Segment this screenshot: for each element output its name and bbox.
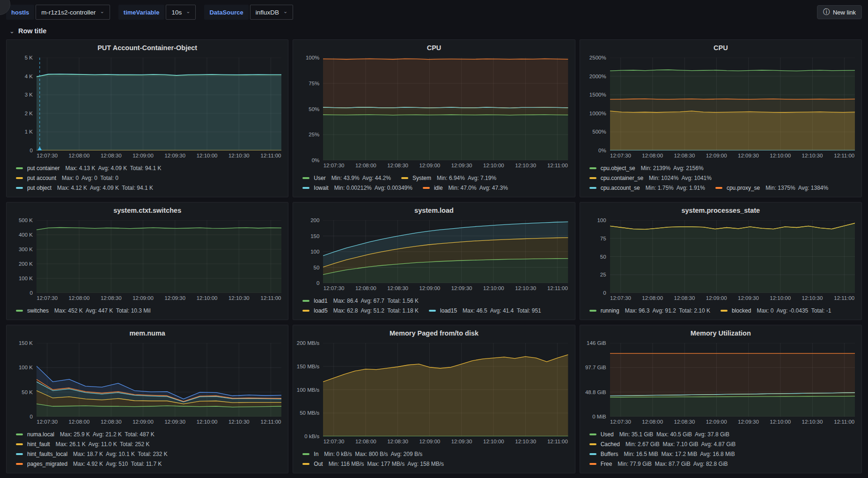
legend-item-in[interactable]: InMin: 0 kB/s Max: 800 B/s Avg: 209 B/s	[302, 451, 422, 457]
legend-item-put-container[interactable]: put containerMax: 4.13 K Avg: 4.09 K Tot…	[16, 165, 161, 172]
chart-canvas[interactable]	[323, 343, 568, 436]
chart-canvas[interactable]	[323, 58, 568, 160]
legend-row: hint_faults_localMax: 18.7 K Avg: 10.1 K…	[16, 449, 284, 459]
x-axis-spacer	[296, 284, 323, 294]
legend-item-put-account[interactable]: put accountMax: 0 Avg: 0 Total: 0	[16, 175, 118, 181]
x-axis-tick: 12:09:00	[132, 419, 154, 425]
legend-item-blocked[interactable]: blockedMax: 0 Avg: -0.0435 Total: -1	[721, 307, 831, 314]
x-axis-tick: 12:09:00	[132, 295, 154, 301]
x-axis-tick: 12:07:30	[37, 295, 58, 301]
panel-title[interactable]: mem.numa	[7, 327, 288, 339]
legend-item-load5[interactable]: load5Max: 62.8 Avg: 51.2 Total: 1.18 K	[302, 307, 419, 314]
legend: numa.localMax: 25.9 K Avg: 21.2 K Total:…	[7, 427, 288, 473]
legend-series-name: blocked	[732, 307, 751, 314]
chart-canvas[interactable]	[610, 58, 855, 150]
legend-series-name: load15	[440, 307, 457, 314]
chart-canvas[interactable]	[37, 343, 281, 417]
variable-value-dropdown[interactable]: m-r1z1s2-controller ⌄	[36, 5, 110, 20]
legend-series-stats: Min: 1.75% Avg: 1.91%	[646, 185, 705, 191]
x-axis-tick: 12:08:30	[387, 163, 408, 168]
legend-color-dash	[721, 310, 728, 312]
chevron-down-icon: ⌄	[283, 9, 287, 14]
legend-item-numa-local[interactable]: numa.localMax: 25.9 K Avg: 21.2 K Total:…	[16, 431, 154, 438]
x-axis-tick: 12:11:00	[261, 153, 281, 158]
legend-item-idle[interactable]: idleMin: 47.0% Avg: 47.3%	[423, 185, 508, 191]
x-axis: 12:07:3012:08:0012:08:3012:09:0012:09:30…	[583, 294, 855, 304]
info-icon: ⓘ	[823, 8, 830, 16]
panel-title[interactable]: system.ctxt.switches	[7, 204, 288, 217]
variable-value-dropdown[interactable]: 10s ⌄	[166, 5, 196, 20]
chart-canvas[interactable]	[610, 343, 855, 417]
chart-canvas[interactable]	[610, 220, 855, 293]
variable-label: hostIs	[6, 5, 34, 20]
legend-item-pages-migrated[interactable]: pages_migratedMax: 4.92 K Avg: 510 Total…	[16, 461, 162, 467]
legend-item-out[interactable]: OutMin: 116 MB/s Max: 177 MB/s Avg: 158 …	[302, 461, 444, 467]
legend-item-buffers[interactable]: BuffersMin: 16.5 MiB Max: 17.2 MiB Avg: …	[589, 451, 735, 457]
variable-value-dropdown[interactable]: influxDB ⌄	[250, 5, 294, 20]
legend-item-user[interactable]: UserMin: 43.9% Avg: 44.2%	[302, 175, 391, 181]
y-axis-tick: 25%	[309, 132, 319, 137]
legend-row: CachedMin: 2.67 GiB Max: 7.10 GiB Avg: 4…	[589, 439, 858, 449]
legend-item-put-object[interactable]: put objectMax: 4.12 K Avg: 4.09 K Total:…	[16, 185, 153, 191]
x-axis-tick: 12:10:30	[228, 295, 250, 301]
x-axis-tick: 12:09:30	[738, 419, 759, 425]
chevron-down-icon: ⌄	[100, 9, 104, 14]
legend-color-dash	[401, 177, 408, 179]
panel-title[interactable]: Memory Paged from/to disk	[293, 327, 574, 339]
x-axis-tick: 12:08:00	[642, 153, 663, 158]
legend-series-stats: Min: 1375% Avg: 1384%	[765, 185, 828, 191]
new-link-button[interactable]: ⓘ New link	[817, 5, 862, 19]
y-axis: 0255075100	[583, 220, 610, 293]
y-axis-tick: 400 K	[19, 232, 33, 238]
legend-item-cpu-proxy-se[interactable]: cpu.proxy_seMin: 1375% Avg: 1384%	[715, 185, 828, 191]
panel-title[interactable]: Memory Utilization	[580, 327, 861, 339]
legend-item-running[interactable]: runningMax: 96.3 Avg: 91.2 Total: 2.10 K	[589, 307, 710, 314]
y-axis-tick: 50	[600, 254, 606, 260]
panel-title[interactable]: CPU	[293, 42, 574, 54]
legend-series-name: hint_fault	[27, 441, 50, 448]
legend-item-load15[interactable]: load15Max: 46.5 Avg: 41.4 Total: 951	[429, 307, 541, 314]
legend-item-cpu-account-se[interactable]: cpu.account_seMin: 1.75% Avg: 1.91%	[589, 185, 705, 191]
legend-item-hint-fault[interactable]: hint_faultMax: 26.1 K Avg: 11.0 K Total:…	[16, 441, 150, 448]
chart-canvas[interactable]	[37, 220, 281, 293]
legend-item-cached[interactable]: CachedMin: 2.67 GiB Max: 7.10 GiB Avg: 4…	[589, 441, 736, 448]
chart-canvas[interactable]	[37, 58, 281, 150]
legend-item-free[interactable]: FreeMin: 77.9 GiB Max: 87.7 GiB Avg: 82.…	[589, 461, 728, 467]
panel-title[interactable]: PUT Account-Container-Object	[7, 42, 288, 54]
legend-color-dash	[16, 443, 23, 445]
legend-series-stats: Min: 2.67 GiB Max: 7.10 GiB Avg: 4.87 Gi…	[625, 441, 736, 448]
legend-color-dash	[16, 453, 23, 455]
legend-series-name: Out	[314, 461, 323, 467]
y-axis-tick: 150 K	[19, 340, 33, 346]
legend-item-hint-faults-local[interactable]: hint_faults_localMax: 18.7 K Avg: 10.1 K…	[16, 451, 168, 457]
x-axis: 12:07:3012:08:0012:08:3012:09:0012:09:30…	[296, 162, 568, 171]
legend-color-dash	[715, 187, 722, 189]
legend-color-dash	[16, 433, 23, 435]
legend-item-iowait[interactable]: IowaitMin: 0.00212% Avg: 0.00349%	[302, 185, 412, 191]
panel-title[interactable]: CPU	[580, 42, 861, 54]
legend-item-load1[interactable]: load1Max: 86.4 Avg: 67.7 Total: 1.56 K	[302, 298, 419, 304]
legend-item-switches[interactable]: switchesMax: 452 K Avg: 447 K Total: 10.…	[16, 307, 151, 314]
legend-color-dash	[16, 187, 23, 189]
legend-series-name: pages_migrated	[27, 461, 67, 467]
legend-color-dash	[589, 177, 596, 179]
legend-item-system[interactable]: SystemMin: 6.94% Avg: 7.19%	[401, 175, 496, 181]
chart-area: 0%500%1000%1500%2000%2500%	[583, 58, 855, 150]
legend-series-name: running	[601, 307, 619, 314]
legend-series-name: switches	[27, 307, 49, 314]
y-axis-tick: 2000%	[589, 74, 606, 79]
x-axis-tick: 12:09:00	[419, 285, 440, 291]
x-axis-tick: 12:08:00	[69, 295, 90, 301]
legend-series-stats: Max: 86.4 Avg: 67.7 Total: 1.56 K	[333, 298, 419, 304]
legend-color-dash	[589, 167, 596, 169]
legend-series-stats: Max: 25.9 K Avg: 21.2 K Total: 487 K	[60, 431, 154, 438]
x-axis: 12:07:3012:08:0012:08:3012:09:0012:09:30…	[9, 294, 281, 304]
legend-item-cpu-object-se[interactable]: cpu.object_seMin: 2139% Avg: 2156%	[589, 165, 704, 172]
legend-item-cpu-container-se[interactable]: cpu.container_seMin: 1024% Avg: 1041%	[589, 175, 712, 181]
chart-canvas[interactable]	[323, 220, 568, 283]
panel-title[interactable]: system.load	[293, 204, 574, 217]
panel-title[interactable]: system.processes_state	[580, 204, 861, 217]
panel-cpu: CPU0%25%50%75%100%12:07:3012:08:0012:08:…	[293, 39, 575, 197]
row-header[interactable]: ⌄ Row title	[0, 24, 868, 37]
legend-item-used[interactable]: UsedMin: 35.1 GiB Max: 40.5 GiB Avg: 37.…	[589, 431, 729, 438]
